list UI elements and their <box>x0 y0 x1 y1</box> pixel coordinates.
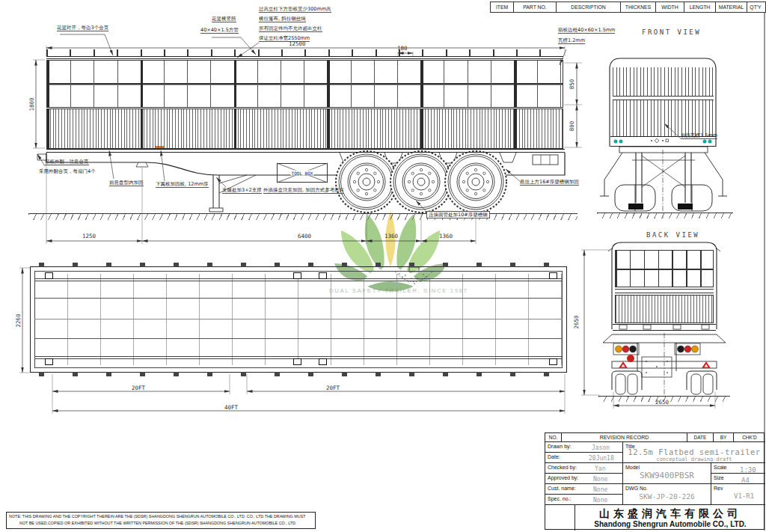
field-label: Approved by: <box>548 475 578 480</box>
scale-cell: Scale 1:30 <box>711 463 765 474</box>
toolbox-label: TOOL BOX <box>291 171 314 176</box>
field-value: None <box>593 486 607 493</box>
watermark-slogan: DUAL SAFETY TRAILER, SINCE 1987 <box>329 287 468 294</box>
field-label: Drawn by: <box>548 444 572 449</box>
note-line-2: NOT BE USED,COPIED OR EXHIBITED WITHOUT … <box>19 520 315 527</box>
dim-overall-length: 12500 <box>289 40 306 47</box>
annotation-panel-fold-2: 采用外翻合页，每扇门4个 <box>39 168 96 174</box>
dim-front-overhang: 1250 <box>82 233 96 239</box>
side-view-grid-panel <box>46 60 563 108</box>
parts-table-header: ITEM PART NO. DESCRIPTION THICKNES WIDTH… <box>490 1 766 13</box>
annotation-front-reinforce: 前悬盘型内加固 <box>109 180 144 186</box>
back-view-grid-panel <box>615 250 714 287</box>
plan-view-rail <box>34 298 563 299</box>
revision-col-no: NO. <box>545 433 562 442</box>
back-view-corrugation <box>615 295 714 323</box>
dim-back-width: 2650 <box>655 399 669 406</box>
side-view-top-rail <box>46 56 563 59</box>
dwg-value: SKW-JP-20-226 <box>623 492 711 501</box>
field-date: Date: 20Jun18 <box>545 453 623 463</box>
field-spec-no: Spec. no.: None <box>545 495 623 505</box>
plan-view-stake-pockets-bottom <box>39 372 558 376</box>
field-checked-by: Checked by: Yan <box>545 463 623 474</box>
revision-col-record: REVISION RECORD <box>562 433 687 442</box>
parts-col-length: LENGTH <box>684 2 715 12</box>
size-value: A4 <box>741 477 750 484</box>
drawing-sheet: TOOL BOX ITEM PART NO. DESCRIPTION THICK… <box>0 0 766 532</box>
dim-overall-40ft: 40FT <box>224 404 238 411</box>
annotation-basket-ribs-1: 花篮横竖筋 <box>212 16 236 22</box>
toolbox: TOOL BOX <box>277 163 328 183</box>
drawing-subtitle: conceptual drawing-draft <box>623 456 765 462</box>
model-cell: Model SKW9400PBSR <box>623 463 711 484</box>
dim-axle-spacing-1: 1360 <box>384 233 398 239</box>
revision-col-chkd: CHK'D <box>734 433 765 442</box>
parts-col-qty: QT'Y <box>747 2 764 12</box>
side-view-stakes <box>46 49 563 56</box>
dim-axle-spacing-2: 1360 <box>439 233 453 239</box>
annotation-wing-plate: 下翼板加固板, 12mm厚 <box>156 181 209 188</box>
dim-post-gap: 180 <box>397 45 408 52</box>
revision-col-by: BY <box>714 433 734 442</box>
field-value: 20Jun18 <box>589 455 614 462</box>
field-value: None <box>593 476 607 483</box>
dim-lower-panel: 800 <box>569 120 575 132</box>
field-value: Jason <box>592 444 610 451</box>
parts-col-item: ITEM <box>491 2 513 12</box>
front-view-ground-hatch <box>597 213 733 218</box>
scale-label: Scale <box>714 465 727 470</box>
front-view-rail <box>613 96 714 100</box>
twistlock <box>549 272 557 279</box>
dim-back-height: 2650 <box>573 314 580 329</box>
drawing-title: 12.5m Flatbed semi-trailer <box>623 447 765 456</box>
field-label: Checked by: <box>548 465 577 470</box>
annotation-tube-reinforce: 连接圆管处加10#厚壁槽钢 <box>426 211 490 218</box>
dwg-cell: DWG No. SKW-JP-20-226 <box>623 484 711 505</box>
dwg-label: DWG No. <box>625 486 648 491</box>
plan-view-rail <box>34 338 563 339</box>
dim-container-20ft-2: 20FT <box>326 385 340 391</box>
annotation-leg-support: 支腿处加3+2支撑 <box>222 187 262 194</box>
title-cell: Title 12.5m Flatbed semi-trailer concept… <box>623 442 765 463</box>
annotation-basket-hinge: 花篮对开，每边3个合页 <box>57 25 108 31</box>
parts-col-partno: PART NO. <box>513 2 556 12</box>
field-label: Spec. no.: <box>548 496 572 501</box>
rev-label: Rev <box>714 486 723 491</box>
parts-col-width: WIDTH <box>655 2 684 12</box>
copyright-note: NOTE: THIS DRAWING AND THE COPYRIGHT THE… <box>6 512 316 529</box>
twistlock <box>293 272 301 279</box>
field-drawn-by: Drawn by: Jason <box>545 442 623 453</box>
side-view-wheels <box>336 151 506 213</box>
annotation-front-corrugation: 前挡瓦楞1.5mm <box>681 132 717 139</box>
rev-value: V1-R1 <box>734 492 754 500</box>
parts-col-material: MATERIAL <box>715 2 747 12</box>
logo-cell <box>545 505 575 531</box>
annotation-suspension-reinforce: 悬挂上方16#厚壁槽钢加固 <box>520 179 579 186</box>
twistlock <box>319 358 327 365</box>
company-name-en: Shandong Shengrun Automobile CO., LTD. <box>575 520 765 528</box>
revision-col-date: DATE <box>687 433 714 442</box>
twistlock <box>549 358 557 365</box>
field-value: None <box>593 497 607 504</box>
back-view-bottom-rail <box>613 324 716 331</box>
annotation-panel-frame-2: 瓦楞1.2mm <box>558 37 585 44</box>
annotation-post-note-3: 所有固定件均不允许超出立柱 <box>259 25 322 32</box>
front-view-label: FRONT VIEW <box>642 28 701 36</box>
twistlock <box>293 358 301 365</box>
field-value: Yan <box>595 465 605 472</box>
scale-value: 1:30 <box>740 466 756 474</box>
twistlock <box>45 272 53 279</box>
annotation-panel-frame-1: 箱板边框40×60×1.5mm <box>558 27 615 34</box>
field-cust-name: Cust. name: None <box>545 484 623 495</box>
model-label: Model <box>625 465 640 470</box>
company-name-cn: 山东盛润汽车有限公司 <box>575 507 765 521</box>
side-view-ground-hatch <box>28 213 577 220</box>
dim-side-height: 1800 <box>28 97 35 111</box>
dim-container-20ft-1: 20FT <box>132 385 145 391</box>
plan-view-centerline <box>34 319 563 319</box>
field-approved-by: Approved by: None <box>545 474 623 484</box>
parts-col-thickness: THICKNES <box>620 2 655 12</box>
back-view-label: BACK VIEW <box>646 231 699 239</box>
dim-kingpin-to-axle: 6400 <box>298 233 311 239</box>
parts-col-description: DESCRIPTION <box>556 2 620 12</box>
